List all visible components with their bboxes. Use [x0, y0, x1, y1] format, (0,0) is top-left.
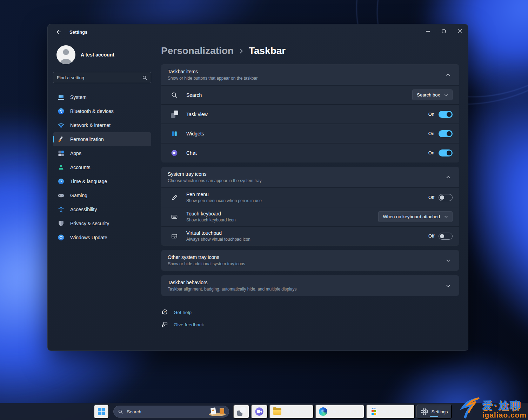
pen-menu-toggle[interactable]	[439, 194, 453, 201]
sidebar-item-time-language[interactable]: Time & language	[53, 174, 151, 188]
virtual-touchpad-toggle[interactable]	[439, 233, 453, 240]
find-setting-input[interactable]: Find a setting	[53, 72, 151, 83]
link-label: Give feedback	[174, 322, 204, 327]
sidebar-item-privacy-security[interactable]: Privacy & security	[53, 216, 151, 231]
svg-text:?: ?	[164, 310, 166, 314]
toggle-state-label: On	[428, 112, 434, 117]
give-feedback-link[interactable]: Give feedback	[161, 321, 204, 328]
card-subtitle: Taskbar alignment, badging, automaticall…	[168, 287, 446, 292]
apps-icon	[58, 150, 65, 157]
task-view-toggle[interactable]	[439, 111, 453, 118]
sidebar-item-apps[interactable]: Apps	[53, 146, 151, 160]
dropdown-value: When no keyboard attached	[383, 214, 440, 219]
watermark-text-url: igaliao.com	[482, 411, 527, 419]
toggle-state-label: Off	[428, 233, 434, 239]
sidebar-item-system[interactable]: System	[53, 90, 151, 104]
card-title: Taskbar behaviors	[168, 280, 446, 285]
minimize-button[interactable]	[420, 24, 436, 38]
sidebar-item-label: Network & internet	[70, 122, 111, 128]
link-label: Get help	[174, 310, 192, 315]
toggle-state-label: On	[428, 131, 434, 136]
titlebar: Settings	[48, 24, 468, 40]
breadcrumb: Personalization Taskbar	[161, 45, 459, 56]
watermark: 爱·尬聊 igaliao.com	[460, 397, 527, 420]
virtual-touchpad-row: Virtual touchpad Always show virtual tou…	[161, 226, 459, 245]
row-label: Pen menu	[186, 192, 428, 197]
sidebar-item-label: System	[70, 94, 87, 100]
card-title: Taskbar items	[168, 69, 446, 74]
task-view-icon	[237, 407, 246, 416]
microsoft-edge-button[interactable]: Microsoft Edge	[315, 405, 365, 419]
main-content: Personalization Taskbar Taskbar items Sh…	[161, 40, 468, 351]
settings-button[interactable]: Settings	[416, 405, 452, 419]
watermark-text-cn: 爱·尬聊	[482, 400, 527, 411]
back-button[interactable]	[53, 27, 65, 37]
search-style-dropdown[interactable]: Search box	[412, 89, 453, 100]
close-icon	[458, 29, 462, 33]
sidebar-item-windows-update[interactable]: Windows Update	[53, 231, 151, 245]
sidebar-item-network-internet[interactable]: Network & internet	[53, 118, 151, 132]
taskbar-app-label: File Explorer	[284, 409, 310, 414]
chat-icon	[255, 407, 264, 416]
toggle-state-label: Off	[428, 195, 434, 200]
behaviors-card: Taskbar behaviors Taskbar alignment, bad…	[161, 275, 459, 296]
sidebar-item-accounts[interactable]: Accounts	[53, 160, 151, 174]
system-icon	[58, 94, 65, 101]
sidebar-item-label: Accounts	[70, 165, 91, 170]
system-tray-expander[interactable]: System tray icons Choose which icons can…	[161, 167, 459, 187]
maximize-icon	[442, 29, 446, 33]
breadcrumb-parent[interactable]: Personalization	[161, 45, 234, 56]
file-explorer-button[interactable]: File Explorer	[269, 405, 314, 419]
chat-button[interactable]	[251, 405, 268, 419]
row-label: Touch keyboard	[186, 211, 378, 216]
widgets-toggle[interactable]	[439, 130, 453, 137]
chevron-right-icon	[239, 48, 244, 54]
sidebar-item-gaming[interactable]: Gaming	[53, 188, 151, 202]
taskbar-app-label: Microsoft Edge	[330, 409, 361, 414]
row-description: Always show virtual touchpad icon	[186, 237, 428, 242]
find-setting-placeholder: Find a setting	[57, 75, 84, 80]
settings-gear-icon	[420, 407, 429, 416]
touch-keyboard-dropdown[interactable]: When no keyboard attached	[378, 211, 453, 222]
get-help-link[interactable]: ? Get help	[161, 309, 192, 316]
row-label: Widgets	[186, 131, 428, 136]
footer-links: ? Get help Give feedback	[161, 309, 459, 328]
row-label: Virtual touchpad	[186, 230, 428, 236]
close-button[interactable]	[452, 24, 468, 38]
chevron-down-icon	[446, 284, 450, 288]
gaming-icon	[58, 192, 65, 199]
start-button[interactable]	[94, 405, 109, 419]
sidebar-item-personalization[interactable]: Personalization	[53, 132, 151, 146]
search-icon	[118, 409, 123, 414]
chat-toggle[interactable]	[439, 149, 453, 156]
windows-logo-icon	[98, 408, 105, 415]
sidebar-item-label: Personalization	[70, 136, 104, 142]
windows-update-icon	[58, 234, 65, 241]
microsoft-store-button[interactable]: Microsoft Store	[366, 405, 415, 419]
search-row: Search Search box	[161, 85, 459, 104]
behaviors-expander[interactable]: Taskbar behaviors Taskbar alignment, bad…	[161, 275, 459, 296]
other-tray-expander[interactable]: Other system tray icons Show or hide add…	[161, 250, 459, 271]
taskbar-app-label: Microsoft Store	[380, 409, 411, 414]
bluetooth-icon	[58, 108, 65, 115]
search-icon	[171, 92, 179, 99]
sidebar-item-label: Windows Update	[70, 235, 107, 240]
row-label: Search	[186, 92, 412, 98]
sidebar-item-accessibility[interactable]: Accessibility	[53, 202, 151, 216]
card-subtitle: Show or hide additional system tray icon…	[168, 261, 446, 266]
taskbar-app-label: Settings	[432, 409, 448, 414]
sidebar-item-bluetooth-devices[interactable]: Bluetooth & devices	[53, 104, 151, 118]
touchpad-icon	[171, 233, 179, 240]
chat-icon	[171, 149, 179, 156]
minimize-icon	[426, 31, 430, 31]
account-row[interactable]: A test account	[53, 43, 151, 66]
time-language-icon	[58, 178, 65, 185]
card-title: Other system tray icons	[168, 254, 446, 260]
taskbar-search[interactable]: Search	[113, 406, 229, 418]
taskbar-items-expander[interactable]: Taskbar items Show or hide buttons that …	[161, 65, 459, 85]
maximize-button[interactable]	[436, 24, 452, 38]
task-view-button[interactable]	[233, 405, 249, 419]
privacy-icon	[58, 220, 65, 227]
page-title: Taskbar	[249, 45, 286, 56]
touch-keyboard-row: Touch keyboard Show touch keyboard icon …	[161, 207, 459, 226]
